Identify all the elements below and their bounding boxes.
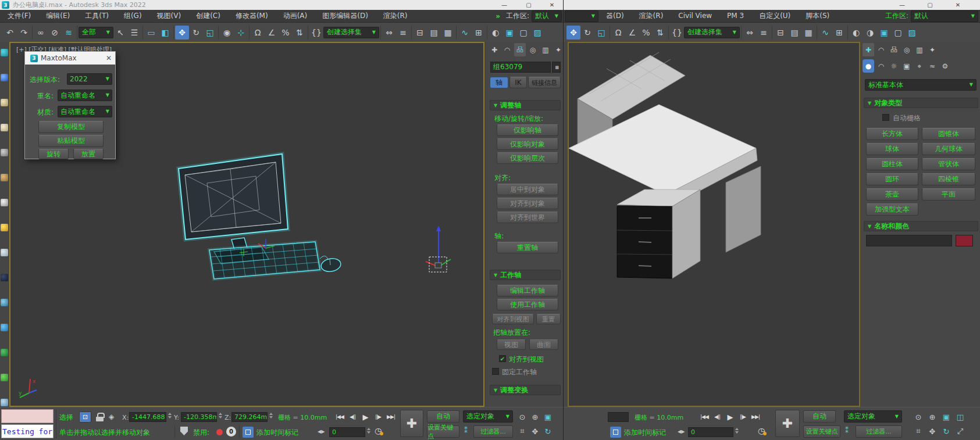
record-dot-icon[interactable] — [216, 429, 223, 435]
rendered-frame-button[interactable]: ▢ — [891, 26, 905, 40]
pan-icon[interactable]: ✥ — [926, 425, 938, 437]
align-to-object-button[interactable]: 对齐到对象 — [497, 198, 558, 209]
geometry-subtab-icon[interactable]: ● — [863, 59, 874, 73]
auto-key-button[interactable]: 自动 — [803, 410, 836, 423]
add-time-tag-label[interactable]: 添加时间标记 — [624, 428, 666, 438]
material-dropdown[interactable]: 自动重命名 ▼ — [58, 106, 112, 117]
motion-tab-icon[interactable]: ◎ — [527, 43, 539, 56]
menu-create[interactable]: 创建(C) — [188, 10, 228, 22]
autogrid-checkbox[interactable] — [882, 114, 889, 121]
z-spinner[interactable] — [268, 413, 273, 418]
reset-pivot-button[interactable]: 重置轴 — [497, 242, 558, 253]
plane-tool-icon[interactable] — [1, 124, 8, 131]
select-and-link-button[interactable]: ∞ — [34, 26, 48, 40]
center-to-object-button[interactable]: 居中到对象 — [497, 184, 558, 195]
frame-step-icon[interactable]: ◀▶ — [318, 429, 325, 434]
transform-gizmo[interactable] — [418, 223, 464, 287]
play-button[interactable]: ▶ — [724, 411, 736, 423]
spline-tool-icon[interactable] — [1, 49, 8, 56]
object-name-field[interactable]: 组63079 — [490, 62, 551, 73]
reset-button[interactable]: 重置 — [536, 314, 561, 324]
material-editor-button[interactable]: ◐ — [489, 26, 503, 40]
geosphere-button[interactable]: 几何球体 — [922, 143, 975, 155]
display-tab-icon[interactable]: ▥ — [914, 43, 925, 56]
select-object-button[interactable]: ↖ — [113, 26, 127, 40]
menu-civil-view[interactable]: Civil View — [671, 10, 719, 22]
play-button[interactable]: ▶ — [359, 411, 371, 423]
rectangular-selection-button[interactable]: ▭ — [144, 26, 158, 40]
systems-subtab-icon[interactable]: ⚙ — [939, 59, 951, 73]
select-and-rotate-button[interactable]: ↻ — [580, 26, 594, 40]
pan-icon[interactable]: ✥ — [529, 425, 541, 437]
align-to-view-checkbox[interactable]: ✔ — [499, 355, 506, 362]
box-button[interactable]: 长方体 — [866, 128, 918, 140]
previous-frame-button[interactable]: ◀|| — [711, 411, 723, 423]
moon-tool-icon[interactable] — [1, 274, 8, 281]
frame-spinner[interactable] — [734, 428, 739, 434]
current-frame-field[interactable]: 0 — [329, 427, 365, 437]
object-name-field[interactable] — [866, 235, 952, 246]
menu-graph-editors-truncated[interactable]: 器(D) — [598, 10, 632, 22]
frame-spinner[interactable] — [366, 428, 371, 434]
desk-model[interactable] — [569, 43, 860, 407]
current-frame-field[interactable]: 0 — [688, 427, 733, 437]
create-tab-icon[interactable]: ✚ — [863, 43, 874, 56]
plane-button[interactable]: 平面 — [922, 188, 975, 201]
align-to-view-check-label[interactable]: 对齐到视图 — [509, 355, 544, 364]
percent-snap-button[interactable]: % — [639, 26, 653, 40]
affect-object-only-button[interactable]: 仅影响对象 — [497, 138, 558, 150]
pyramid-button[interactable]: 四棱锥 — [922, 173, 975, 185]
menu-animation[interactable]: 动画(A) — [276, 10, 315, 22]
snap-toggle-button[interactable]: Ω — [251, 26, 265, 40]
paste-model-button[interactable]: 粘贴模型 — [38, 135, 104, 147]
angle-snap-button[interactable]: ∠ — [625, 26, 639, 40]
schematic-view-button[interactable]: ⊞ — [832, 26, 846, 40]
x-coordinate-field[interactable]: -1447.688 — [129, 412, 166, 422]
rendered-frame-button[interactable]: ▢ — [516, 26, 530, 40]
affect-pivot-only-button[interactable]: 仅影响轴 — [497, 124, 558, 136]
close-button[interactable]: ✕ — [543, 0, 561, 10]
bind-to-spacewarp-button[interactable]: ≋ — [62, 26, 76, 40]
affect-hierarchy-only-button[interactable]: 仅影响层次 — [497, 152, 558, 164]
rotate-button[interactable]: 旋转 — [38, 149, 69, 159]
key-filters-icon[interactable]: ⁑ — [845, 427, 849, 435]
collapsed-dropdown[interactable]: ▼ — [565, 10, 598, 22]
selected-filter-dropdown[interactable]: 选定对象 ▼ — [844, 410, 902, 423]
create-tab-icon[interactable]: ✚ — [489, 43, 500, 56]
align-to-world-button[interactable]: 对齐到世界 — [497, 212, 558, 223]
select-and-scale-button[interactable]: ◱ — [594, 26, 608, 40]
minimize-button[interactable]: — — [495, 0, 514, 10]
curve-editor-button[interactable]: ∿ — [458, 26, 472, 40]
right-viewport[interactable] — [568, 42, 860, 407]
angle-snap-button[interactable]: ∠ — [265, 26, 279, 40]
z-coordinate-field[interactable]: 729.264mm — [231, 412, 268, 422]
go-to-end-button[interactable]: ▶▶| — [385, 411, 397, 423]
add-time-tag-label[interactable]: 添加时间标记 — [256, 428, 298, 438]
selected-filter-dropdown[interactable]: 选定对象 ▼ — [463, 410, 513, 423]
pyramid-tool-icon[interactable] — [1, 199, 8, 206]
snow-tool-icon[interactable] — [1, 249, 8, 256]
cameras-subtab-icon[interactable]: ▣ — [901, 59, 913, 73]
motion-tab-icon[interactable]: ◎ — [901, 43, 913, 56]
adjust-transform-rollout[interactable]: ▼ 调整变换 — [490, 385, 561, 395]
circle-tool-icon[interactable] — [1, 149, 8, 156]
link-info-tab-button[interactable]: 链接信息 — [528, 77, 561, 88]
pivot-tab-button[interactable]: 轴 — [490, 77, 508, 88]
torus-button[interactable]: 圆环 — [866, 173, 918, 185]
selection-filter-dropdown[interactable]: 全部 ▼ — [79, 27, 113, 38]
render-production-button[interactable]: ▨ — [905, 26, 919, 40]
zoom-extents-all-icon[interactable]: ◫ — [954, 411, 966, 423]
compact-material-editor-button[interactable]: ◑ — [863, 26, 877, 40]
water-tool-icon[interactable] — [1, 299, 8, 306]
material-editor-button[interactable]: ◐ — [849, 26, 863, 40]
absolute-offset-toggle-icon[interactable]: ◈ — [109, 413, 114, 421]
zoom-all-icon[interactable]: ⊕ — [926, 411, 938, 423]
rename-dropdown[interactable]: 自动重命名 ▼ — [58, 90, 112, 101]
close-button[interactable]: ✕ — [949, 0, 967, 10]
teapot-button[interactable]: 茶壶 — [866, 188, 918, 201]
menu-tools[interactable]: 工具(T) — [77, 10, 116, 22]
cone-button[interactable]: 圆锥体 — [922, 128, 975, 140]
box-tool-icon[interactable] — [1, 99, 8, 106]
spinner-snap-button[interactable]: ⇅ — [293, 26, 307, 40]
category-dropdown[interactable]: 标准基本体 ▼ — [865, 79, 977, 91]
